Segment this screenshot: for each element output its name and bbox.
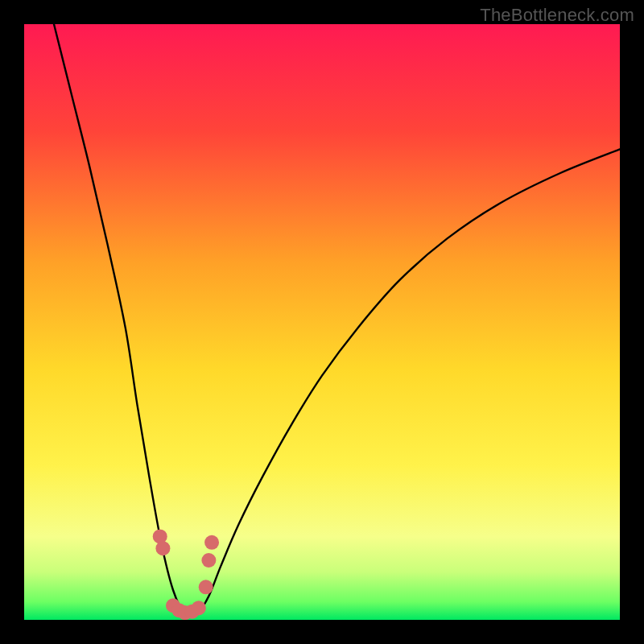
bottleneck-chart: [24, 24, 620, 620]
highlight-dot: [192, 601, 206, 615]
highlight-dot: [201, 553, 216, 568]
highlight-dot: [155, 541, 170, 555]
chart-area: [24, 24, 620, 620]
highlight-dot: [199, 580, 213, 594]
highlight-dot: [204, 535, 219, 550]
outer-frame: TheBottleneck.com: [0, 0, 644, 644]
watermark-text: TheBottleneck.com: [480, 5, 634, 26]
gradient-background: [24, 24, 620, 620]
